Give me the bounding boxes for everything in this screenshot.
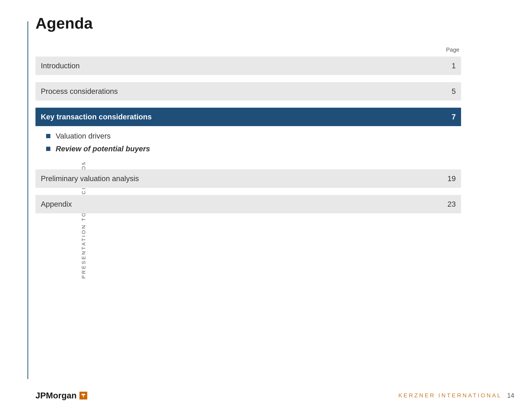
main-content: Agenda Page Introduction 1 Process consi… bbox=[36, 14, 514, 379]
footer: JPMorgan KERZNER INTERNATIONAL 14 bbox=[36, 391, 514, 400]
sub-item-text-review-buyers: Review of potential buyers bbox=[56, 144, 150, 153]
agenda-table: Page Introduction 1 Process consideratio… bbox=[36, 47, 461, 213]
page-container: PRESENTATION TO SPECIAL COMMITTEE Agenda… bbox=[0, 0, 532, 411]
key-transaction-sub-items: Valuation drivers Review of potential bu… bbox=[36, 126, 461, 162]
agenda-row-page-process: 5 bbox=[445, 87, 456, 96]
sub-item-review-buyers: Review of potential buyers bbox=[46, 143, 456, 155]
page-header-label: Page bbox=[446, 47, 459, 53]
agenda-row-appendix[interactable]: Appendix 23 bbox=[36, 195, 461, 213]
agenda-row-label-process: Process considerations bbox=[41, 87, 118, 96]
page-header-row: Page bbox=[36, 47, 461, 53]
left-accent-line bbox=[28, 21, 28, 379]
agenda-row-key-transaction[interactable]: Key transaction considerations 7 bbox=[36, 108, 461, 126]
agenda-row-label-introduction: Introduction bbox=[41, 62, 80, 70]
jpmorgan-icon bbox=[79, 392, 87, 400]
bullet-review-buyers bbox=[46, 147, 50, 151]
agenda-row-process[interactable]: Process considerations 5 bbox=[36, 82, 461, 101]
sub-item-text-valuation-drivers: Valuation drivers bbox=[56, 132, 111, 140]
jpmorgan-logo-icon bbox=[80, 392, 86, 399]
agenda-row-page-appendix: 23 bbox=[445, 200, 456, 209]
agenda-row-label-preliminary-valuation: Preliminary valuation analysis bbox=[41, 174, 139, 183]
agenda-row-label-appendix: Appendix bbox=[41, 200, 72, 209]
jpmorgan-text: JPMorgan bbox=[36, 391, 76, 400]
agenda-row-page-key-transaction: 7 bbox=[445, 113, 456, 121]
agenda-row-page-preliminary-valuation: 19 bbox=[445, 174, 456, 183]
bullet-valuation-drivers bbox=[46, 134, 50, 138]
agenda-row-introduction[interactable]: Introduction 1 bbox=[36, 57, 461, 75]
jpmorgan-logo: JPMorgan bbox=[36, 391, 87, 400]
footer-brand-name: KERZNER INTERNATIONAL bbox=[399, 392, 502, 399]
page-title: Agenda bbox=[36, 14, 514, 32]
agenda-row-page-introduction: 1 bbox=[445, 62, 456, 70]
footer-right: KERZNER INTERNATIONAL 14 bbox=[399, 392, 514, 399]
agenda-row-preliminary-valuation[interactable]: Preliminary valuation analysis 19 bbox=[36, 169, 461, 188]
sub-item-valuation-drivers: Valuation drivers bbox=[46, 130, 456, 143]
agenda-row-label-key-transaction: Key transaction considerations bbox=[41, 113, 152, 121]
footer-page-number: 14 bbox=[507, 392, 514, 399]
